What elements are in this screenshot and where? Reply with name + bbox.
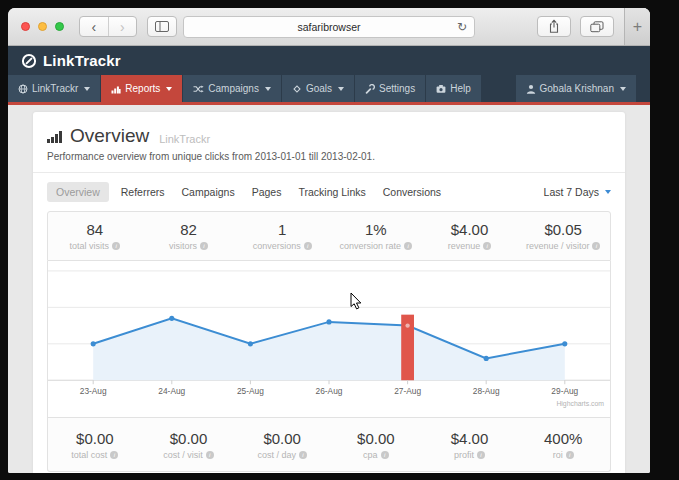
chevron-down-icon [338, 87, 344, 91]
menu-item-reports[interactable]: Reports [101, 75, 182, 102]
page-subtitle: Performance overview from unique clicks … [47, 151, 611, 162]
minimize-window-button[interactable] [38, 22, 47, 31]
stat-value: 1 [278, 221, 286, 238]
stat-label: cpa [363, 450, 378, 460]
svg-text:27-Aug: 27-Aug [394, 386, 421, 396]
menu-label: Reports [125, 83, 160, 94]
date-range-dropdown[interactable]: Last 7 Days [544, 186, 611, 198]
stat-value: $0.00 [170, 430, 208, 447]
info-icon[interactable]: i [304, 242, 312, 250]
menu-label: Goals [306, 83, 332, 94]
diamond-icon [292, 84, 302, 94]
stat-revenue-visitor: $0.05 revenue / visitori [516, 212, 610, 260]
menu-item-goals[interactable]: Goals [282, 75, 354, 102]
toolbar-right-buttons [537, 16, 614, 37]
stat-value: $0.00 [357, 430, 395, 447]
stat-cost-visit: $0.00 cost / visiti [142, 418, 236, 471]
stat-cost-day: $0.00 cost / dayi [235, 418, 329, 471]
menu-item-settings[interactable]: Settings [355, 75, 425, 102]
close-window-button[interactable] [21, 22, 30, 31]
wrench-icon [365, 84, 375, 94]
info-icon[interactable]: i [592, 242, 600, 250]
visits-chart: 23-Aug24-Aug25-Aug26-Aug27-Aug28-Aug29-A… [48, 261, 610, 417]
page-title-suffix: LinkTrackr [159, 133, 210, 145]
visits-chart-panel: 23-Aug24-Aug25-Aug26-Aug27-Aug28-Aug29-A… [47, 261, 611, 418]
refresh-icon[interactable]: ↻ [457, 21, 467, 33]
info-icon[interactable]: i [299, 451, 307, 459]
share-button[interactable] [537, 16, 571, 37]
stat-label: profit [454, 450, 474, 460]
globe-icon [18, 84, 28, 94]
share-icon [548, 19, 560, 34]
svg-text:Highcharts.com: Highcharts.com [556, 400, 604, 408]
svg-text:24-Aug: 24-Aug [158, 386, 185, 396]
back-icon: ‹ [91, 19, 96, 35]
traffic-lights [21, 22, 64, 31]
chevron-down-icon [620, 87, 626, 91]
stats-panels: 84 total visitsi 82 visitorsi 1 conversi… [47, 211, 611, 472]
linktrackr-logo-icon [21, 53, 37, 69]
show-all-tabs-button[interactable] [580, 16, 614, 37]
tab-pages[interactable]: Pages [252, 182, 282, 202]
sidebar-toggle-button[interactable] [147, 16, 177, 37]
stat-profit: $4.00 profiti [423, 418, 517, 471]
info-icon[interactable]: i [483, 242, 491, 250]
info-icon[interactable]: i [566, 451, 574, 459]
menu-item-campaigns[interactable]: Campaigns [183, 75, 281, 102]
stat-value: $4.00 [451, 430, 489, 447]
stat-value: 400% [544, 430, 582, 447]
content-card: Overview LinkTrackr Performance overview… [33, 112, 625, 473]
menu-label: LinkTrackr [32, 83, 78, 94]
info-icon[interactable]: i [206, 451, 214, 459]
date-range-label: Last 7 Days [544, 186, 599, 198]
chevron-down-icon [84, 87, 90, 91]
zoom-window-button[interactable] [55, 22, 64, 31]
svg-text:23-Aug: 23-Aug [80, 386, 107, 396]
stat-label: conversion rate [340, 241, 402, 251]
stat-value: $0.00 [263, 430, 301, 447]
chevron-down-icon [605, 190, 611, 194]
stat-cpa: $0.00 cpai [329, 418, 423, 471]
stat-label: roi [553, 450, 563, 460]
shuffle-icon [193, 84, 204, 94]
stat-label: cost / day [257, 450, 296, 460]
menu-label: Help [450, 83, 471, 94]
info-icon[interactable]: i [404, 242, 412, 250]
stat-label: revenue / visitor [526, 241, 590, 251]
page-title: Overview [70, 125, 149, 147]
stat-value: $0.00 [76, 430, 114, 447]
address-bar-text: safaribrowser [297, 21, 360, 33]
address-bar[interactable]: safaribrowser ↻ [183, 16, 475, 38]
forward-button[interactable]: › [108, 17, 137, 36]
menu-label: Campaigns [208, 83, 259, 94]
menu-label: Settings [379, 83, 415, 94]
user-icon [526, 84, 536, 94]
chevron-down-icon [265, 87, 271, 91]
tab-conversions[interactable]: Conversions [383, 182, 441, 202]
stat-conversions: 1 conversionsi [235, 212, 329, 260]
stat-conversion-rate: 1% conversion ratei [329, 212, 423, 260]
stat-value: 1% [365, 221, 387, 238]
info-icon[interactable]: i [112, 242, 120, 250]
tab-referrers[interactable]: Referrers [121, 182, 165, 202]
info-icon[interactable]: i [477, 451, 485, 459]
stat-visitors: 82 visitorsi [142, 212, 236, 260]
tab-campaigns[interactable]: Campaigns [182, 182, 235, 202]
info-icon[interactable]: i [200, 242, 208, 250]
info-icon[interactable]: i [381, 451, 389, 459]
user-menu[interactable]: Gobala Krishnan [516, 75, 637, 102]
tabs-overview-icon [590, 21, 604, 33]
tab-tracking-links[interactable]: Tracking Links [298, 182, 365, 202]
help-icon [436, 84, 446, 94]
forward-icon: › [120, 19, 125, 35]
back-button[interactable]: ‹ [80, 17, 108, 36]
svg-text:26-Aug: 26-Aug [316, 386, 343, 396]
tab-overview[interactable]: Overview [47, 182, 109, 202]
stat-roi: 400% roii [516, 418, 610, 471]
new-tab-button[interactable]: + [624, 8, 650, 45]
menu-item-help[interactable]: Help [426, 75, 481, 102]
page-background: Overview LinkTrackr Performance overview… [8, 105, 650, 473]
info-icon[interactable]: i [110, 451, 118, 459]
brand-name[interactable]: LinkTrackr [43, 52, 121, 69]
menu-item-linktrackr[interactable]: LinkTrackr [8, 75, 100, 102]
